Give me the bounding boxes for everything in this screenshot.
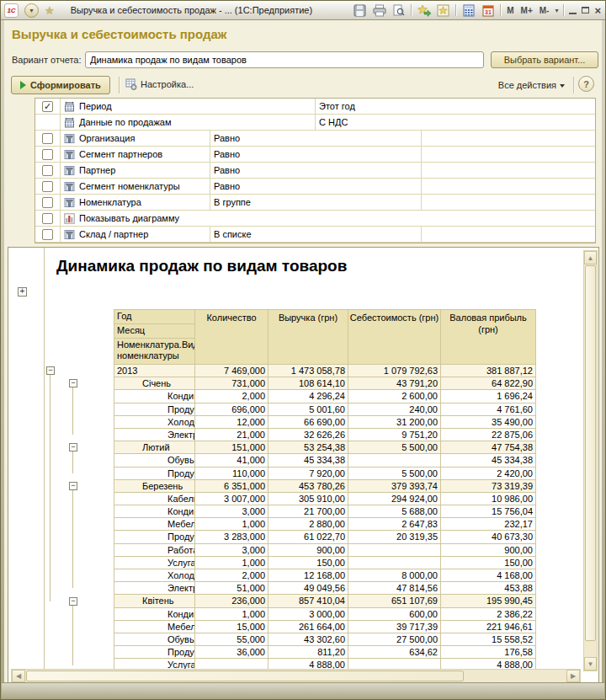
collapse-group-button[interactable]: − bbox=[69, 597, 77, 606]
group-row[interactable]: 20137 469,0001 473 058,781 079 792,63381… bbox=[114, 365, 536, 377]
calculator-icon[interactable] bbox=[461, 3, 476, 18]
filter-checkbox[interactable] bbox=[42, 213, 53, 224]
table-row[interactable]: Обувь41,00045 334,3845 334,38 bbox=[114, 454, 536, 467]
filter-row[interactable]: Данные по продажамС НДС bbox=[35, 115, 595, 131]
filter-value-cell[interactable] bbox=[422, 147, 595, 162]
save-icon[interactable] bbox=[353, 3, 367, 18]
filter-condition-cell[interactable]: Равно bbox=[210, 163, 422, 178]
filter-name-cell[interactable]: Показывать диаграмму bbox=[61, 211, 595, 226]
table-row[interactable]: Обувь55,00043 302,6027 500,0015 558,52 bbox=[114, 633, 536, 646]
filter-value-cell[interactable]: Этот год bbox=[316, 99, 595, 114]
collapse-group-button[interactable]: − bbox=[69, 379, 77, 387]
collapse-group-button[interactable]: − bbox=[69, 443, 77, 452]
checkbox-cell[interactable] bbox=[35, 163, 61, 178]
generate-button[interactable]: Сформировать bbox=[11, 76, 110, 94]
choose-variant-button[interactable]: Выбрать вариант... bbox=[491, 51, 598, 68]
filter-value-cell[interactable] bbox=[422, 179, 595, 194]
expand-report-button[interactable]: + bbox=[18, 287, 27, 297]
close-button[interactable]: × bbox=[594, 5, 601, 16]
add-favorite-icon[interactable] bbox=[436, 3, 450, 18]
filter-value-cell[interactable] bbox=[422, 163, 595, 178]
table-row[interactable]: Продукты696,0005 001,60240,004 761,60 bbox=[114, 403, 536, 416]
collapse-group-button[interactable]: − bbox=[46, 366, 55, 375]
table-row[interactable]: Кондиционеры3,00021 700,005 688,0015 756… bbox=[114, 505, 536, 518]
checkbox-cell[interactable] bbox=[35, 227, 61, 242]
filter-condition-cell[interactable]: Равно bbox=[210, 179, 422, 194]
main-menu-button[interactable]: ▼ bbox=[24, 3, 39, 18]
help-button[interactable]: ? bbox=[578, 76, 594, 92]
filter-row[interactable]: Склад / партнерВ списке bbox=[35, 227, 595, 243]
collapse-group-button[interactable]: − bbox=[69, 482, 77, 490]
checkbox-cell[interactable] bbox=[35, 131, 61, 146]
filter-value-cell[interactable] bbox=[422, 131, 595, 146]
filter-name-cell[interactable]: Партнер bbox=[61, 163, 210, 178]
filter-value-cell[interactable] bbox=[422, 195, 595, 210]
filter-name-cell[interactable]: Сегмент номенклатуры bbox=[61, 179, 210, 194]
filter-row[interactable]: ПартнерРавно bbox=[35, 163, 595, 179]
filter-checkbox[interactable] bbox=[42, 229, 53, 240]
checkbox-cell[interactable] bbox=[35, 115, 61, 130]
settings-button[interactable]: Настройка... bbox=[125, 78, 194, 90]
checkbox-cell[interactable] bbox=[35, 147, 61, 162]
calendar-icon[interactable]: 31 bbox=[481, 3, 495, 18]
filter-name-cell[interactable]: Данные по продажам bbox=[61, 115, 316, 130]
vertical-scrollbar[interactable]: ▲ ▼ bbox=[583, 250, 598, 671]
group-row[interactable]: Квітень236,000857 410,04651 107,69195 99… bbox=[114, 595, 536, 607]
group-row[interactable]: Січень731,000108 614,1043 791,2064 822,9… bbox=[114, 377, 536, 390]
scroll-down-icon[interactable]: ▼ bbox=[584, 657, 597, 671]
filter-condition-cell[interactable]: Равно bbox=[210, 131, 422, 146]
filter-row[interactable]: Показывать диаграмму bbox=[35, 211, 595, 227]
horizontal-scrollbar[interactable]: ◀ ▶ bbox=[11, 669, 581, 683]
filter-row[interactable]: Сегмент партнеровРавно bbox=[35, 147, 595, 163]
filter-row[interactable]: ОрганизацияРавно bbox=[35, 131, 595, 147]
checkbox-cell[interactable] bbox=[35, 179, 61, 194]
memory-plus-button[interactable]: M+ bbox=[520, 6, 534, 15]
table-row[interactable]: Холодильники12,00066 690,0031 200,0035 4… bbox=[114, 416, 536, 429]
favorites-star-icon[interactable]: ★ bbox=[45, 5, 55, 16]
filter-condition-cell[interactable]: Равно bbox=[210, 147, 422, 162]
table-row[interactable]: Кабели силовые NYM3 007,000305 910,00294… bbox=[114, 493, 536, 505]
table-row[interactable]: Продукты36,000811,20634,62176,58 bbox=[114, 646, 536, 659]
report-variant-input[interactable]: Динамика продаж по видам товаров bbox=[85, 51, 484, 68]
scroll-left-icon[interactable]: ◀ bbox=[12, 670, 25, 682]
filter-row[interactable]: Сегмент номенклатурыРавно bbox=[35, 179, 595, 195]
filter-checkbox[interactable] bbox=[42, 197, 53, 208]
filter-checkbox[interactable] bbox=[42, 165, 53, 176]
table-row[interactable]: Работа3,000900,00900,00 bbox=[114, 544, 536, 557]
filter-name-cell[interactable]: Сегмент партнеров bbox=[61, 147, 210, 162]
checkbox-cell[interactable] bbox=[35, 195, 61, 210]
table-row[interactable]: Продукты110,0007 920,005 500,002 420,00 bbox=[114, 468, 536, 480]
maximize-button[interactable] bbox=[582, 7, 589, 13]
filter-checkbox[interactable] bbox=[42, 133, 53, 144]
checkbox-cell[interactable]: ✓ bbox=[35, 99, 61, 114]
scroll-up-icon[interactable]: ▲ bbox=[584, 251, 597, 265]
table-row[interactable]: Мебель15,000261 664,0039 717,39221 946,6… bbox=[114, 621, 536, 633]
go-favorites-icon[interactable] bbox=[417, 3, 431, 18]
memory-minus-button[interactable]: M- bbox=[539, 6, 550, 15]
table-row[interactable]: Кондиционеры2,0004 296,242 600,001 696,2… bbox=[114, 390, 536, 403]
filter-checkbox[interactable] bbox=[42, 181, 53, 192]
print-icon[interactable] bbox=[372, 3, 386, 18]
table-row[interactable]: Электротовары21,00032 626,269 751,2022 8… bbox=[114, 429, 536, 441]
filter-value-cell[interactable] bbox=[422, 227, 595, 242]
filter-checkbox[interactable] bbox=[42, 149, 53, 160]
group-row[interactable]: Лютий151,00053 254,385 500,0047 754,38 bbox=[114, 441, 536, 454]
horizontal-scroll-thumb[interactable] bbox=[26, 671, 464, 681]
table-row[interactable]: Продукты3 283,00061 022,7020 319,3540 67… bbox=[114, 531, 536, 543]
table-row[interactable]: Мебель1,0002 880,002 647,83232,17 bbox=[114, 518, 536, 531]
scroll-right-icon[interactable]: ▶ bbox=[566, 670, 580, 682]
toolbar-overflow-icon[interactable]: ▾ bbox=[555, 7, 558, 14]
filter-condition-cell[interactable]: В группе bbox=[210, 195, 422, 210]
minimize-button[interactable] bbox=[569, 13, 577, 14]
group-row[interactable]: Березень6 351,000453 780,26379 393,7473 … bbox=[114, 480, 536, 493]
table-row[interactable]: Услуга1,000150,00150,00 bbox=[114, 557, 536, 569]
memory-recall-button[interactable]: M bbox=[506, 6, 514, 15]
filter-name-cell[interactable]: Номенклатура bbox=[61, 195, 210, 210]
filter-name-cell[interactable]: Организация bbox=[61, 131, 210, 146]
filter-row[interactable]: НоменклатураВ группе bbox=[35, 195, 595, 211]
filter-checkbox[interactable]: ✓ bbox=[42, 101, 53, 112]
print-preview-icon[interactable] bbox=[391, 3, 406, 18]
all-actions-button[interactable]: Все действия bbox=[498, 80, 565, 90]
table-row[interactable]: Электротовары51,00049 049,5647 814,56453… bbox=[114, 582, 536, 595]
vertical-scroll-thumb[interactable] bbox=[585, 265, 596, 641]
